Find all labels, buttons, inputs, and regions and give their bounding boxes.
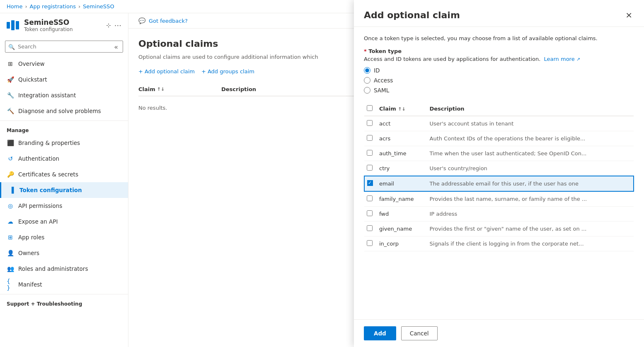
claim-desc: Provides the last name, surname, or fami… (427, 191, 634, 207)
claim-row: email The addressable email for this use… (364, 176, 634, 191)
add-optional-claim-link[interactable]: + Add optional claim (138, 68, 195, 75)
panel-body: Once a token type is selected, you may c… (354, 27, 644, 319)
sidebar-item-expose-api[interactable]: ☁ Expose an API (0, 214, 128, 229)
claim-name: email (377, 176, 427, 191)
add-claim-panel: Add optional claim × Once a token type i… (354, 0, 644, 347)
expose-api-icon: ☁ (7, 218, 14, 225)
claims-table: Claim ↑↓ Description acct User's account… (364, 102, 634, 251)
claim-desc: The addressable email for this user, if … (427, 176, 634, 191)
support-label: Support + Troubleshooting (0, 296, 128, 308)
sidebar-item-overview[interactable]: ⊞ Overview (0, 56, 128, 72)
th-claim: Claim ↑↓ (377, 102, 427, 116)
sidebar-item-token[interactable]: ▐ Token configuration (0, 182, 128, 198)
branding-icon: ⬛ (7, 139, 14, 147)
add-icon: + (138, 68, 143, 75)
sidebar-item-diagnose[interactable]: 🔨 Diagnose and solve problems (0, 103, 128, 119)
token-icon: ▐ (8, 186, 15, 194)
api-permissions-icon: ◎ (7, 202, 14, 210)
sidebar-item-owners[interactable]: 👤 Owners (0, 245, 128, 261)
breadcrumb-app-registrations[interactable]: App registrations (30, 3, 76, 10)
claim-desc: IP address (427, 207, 634, 222)
pin-icon[interactable]: ⊹ (106, 22, 111, 29)
claim-checkbox-cell (364, 161, 377, 176)
sidebar-item-certificates[interactable]: 🔑 Certificates & secrets (0, 166, 128, 182)
claim-checkbox-email[interactable] (367, 180, 373, 186)
sidebar-item-branding[interactable]: ⬛ Branding & properties (0, 135, 128, 151)
claim-name: auth_time (377, 146, 427, 161)
claim-checkbox-cell (364, 176, 377, 191)
sidebar-item-api-permissions[interactable]: ◎ API permissions (0, 198, 128, 214)
feedback-icon: 💬 (138, 17, 145, 24)
radio-access[interactable]: Access (364, 77, 634, 84)
sidebar-item-quickstart[interactable]: 🚀 Quickstart (0, 72, 128, 87)
token-type-label: * Token type (364, 48, 634, 54)
integration-icon: 🔧 (7, 92, 14, 99)
claim-row: acrs Auth Context IDs of the operations … (364, 131, 634, 146)
claim-checkbox-cell (364, 236, 377, 251)
panel-description: Once a token type is selected, you may c… (364, 35, 634, 41)
claim-checkbox-given_name[interactable] (367, 225, 373, 231)
claim-checkbox-cell (364, 116, 377, 131)
claim-checkbox-acrs[interactable] (367, 135, 373, 141)
roles-admin-icon: 👥 (7, 265, 14, 272)
overview-icon: ⊞ (7, 60, 14, 67)
sidebar: SemineSSO Token configuration ⊹ ··· 🔍 « … (0, 13, 128, 347)
sort-icon[interactable]: ↑↓ (157, 87, 165, 92)
more-icon[interactable]: ··· (114, 21, 121, 30)
feedback-button[interactable]: Got feedback? (149, 18, 188, 24)
select-all-checkbox[interactable] (367, 105, 373, 111)
claim-checkbox-auth_time[interactable] (367, 150, 373, 156)
sidebar-item-manifest[interactable]: { } Manifest (0, 277, 128, 292)
claim-desc: Signals if the client is logging in from… (427, 236, 634, 251)
certificates-icon: 🔑 (7, 171, 14, 178)
manage-divider (0, 120, 128, 121)
sidebar-subtitle: Token configuration (24, 27, 73, 32)
close-button[interactable]: × (624, 8, 634, 22)
add-groups-icon: + (201, 68, 206, 75)
claim-checkbox-cell (364, 207, 377, 222)
app-roles-icon: ⊞ (7, 234, 14, 241)
sidebar-item-roles-admin[interactable]: 👥 Roles and administrators (0, 261, 128, 277)
token-type-radio-group: ID Access SAML (364, 67, 634, 94)
collapse-icon[interactable]: « (114, 43, 118, 51)
th-checkbox (364, 102, 377, 116)
support-divider (0, 294, 128, 294)
claim-checkbox-ctry[interactable] (367, 165, 373, 171)
manifest-icon: { } (7, 281, 14, 288)
th-description: Description (427, 102, 634, 116)
add-groups-claim-link[interactable]: + Add groups claim (201, 68, 254, 75)
panel-footer: Add Cancel (354, 319, 644, 347)
radio-id[interactable]: ID (364, 67, 634, 74)
claim-checkbox-acct[interactable] (367, 120, 373, 126)
claim-name: acrs (377, 131, 427, 146)
claim-name: in_corp (377, 236, 427, 251)
claim-checkbox-cell (364, 191, 377, 207)
learn-more-link[interactable]: Learn more (544, 56, 575, 62)
claim-desc: User's country/region (427, 161, 634, 176)
col-claim-header: Claim ↑↓ (138, 86, 221, 92)
sidebar-header: SemineSSO Token configuration ⊹ ··· (0, 13, 128, 37)
search-box: 🔍 « (5, 41, 123, 53)
claim-checkbox-fwd[interactable] (367, 210, 373, 216)
search-icon: 🔍 (8, 43, 15, 50)
search-input[interactable] (5, 41, 123, 53)
claim-row: ctry User's country/region (364, 161, 634, 176)
diagnose-icon: 🔨 (7, 107, 14, 115)
claim-checkbox-cell (364, 131, 377, 146)
claim-row: given_name Provides the first or "given"… (364, 222, 634, 236)
app-icon (7, 19, 20, 32)
sidebar-item-app-roles[interactable]: ⊞ App roles (0, 229, 128, 245)
claim-checkbox-family_name[interactable] (367, 195, 373, 201)
radio-saml[interactable]: SAML (364, 87, 634, 94)
claim-desc: User's account status in tenant (427, 116, 634, 131)
breadcrumb-app-name[interactable]: SemineSSO (83, 3, 114, 10)
add-button[interactable]: Add (364, 326, 396, 340)
breadcrumb-home[interactable]: Home (7, 3, 22, 10)
panel-header: Add optional claim × (354, 0, 644, 27)
sidebar-item-authentication[interactable]: ↺ Authentication (0, 151, 128, 166)
claim-checkbox-in_corp[interactable] (367, 240, 373, 246)
authentication-icon: ↺ (7, 155, 14, 162)
sidebar-item-integration[interactable]: 🔧 Integration assistant (0, 87, 128, 103)
cancel-button[interactable]: Cancel (401, 326, 438, 340)
claim-name: given_name (377, 222, 427, 236)
